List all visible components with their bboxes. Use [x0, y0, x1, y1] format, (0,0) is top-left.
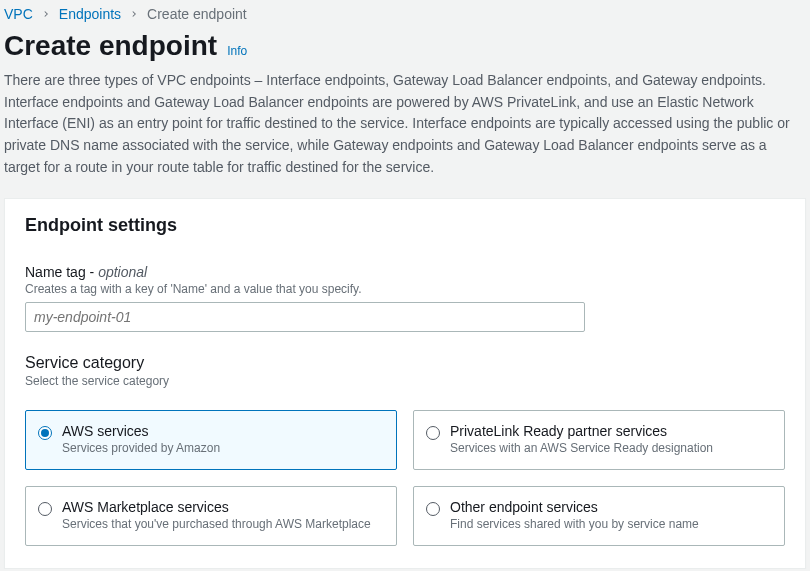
chevron-right-icon	[41, 6, 51, 22]
info-link[interactable]: Info	[227, 44, 247, 58]
name-tag-optional: optional	[98, 264, 147, 280]
tile-title: AWS services	[62, 423, 220, 439]
page-description: There are three types of VPC endpoints –…	[0, 70, 810, 198]
tile-desc: Services provided by Amazon	[62, 441, 220, 455]
panel-title: Endpoint settings	[5, 199, 805, 244]
page-title-row: Create endpoint Info	[0, 30, 810, 70]
tile-aws-services[interactable]: AWS services Services provided by Amazon	[25, 410, 397, 470]
tile-title: PrivateLink Ready partner services	[450, 423, 713, 439]
name-tag-label: Name tag - optional	[25, 264, 785, 280]
tile-desc: Services with an AWS Service Ready desig…	[450, 441, 713, 455]
name-tag-input[interactable]	[25, 302, 585, 332]
service-category-tiles: AWS services Services provided by Amazon…	[25, 410, 785, 546]
breadcrumb-current: Create endpoint	[147, 6, 247, 22]
tile-desc: Services that you've purchased through A…	[62, 517, 371, 531]
breadcrumb-link-endpoints[interactable]: Endpoints	[59, 6, 121, 22]
service-category-help: Select the service category	[25, 374, 785, 388]
tile-other-endpoint[interactable]: Other endpoint services Find services sh…	[413, 486, 785, 546]
radio-icon	[426, 502, 440, 516]
name-tag-help: Creates a tag with a key of 'Name' and a…	[25, 282, 785, 296]
page-title: Create endpoint	[4, 30, 217, 62]
endpoint-settings-panel: Endpoint settings Name tag - optional Cr…	[4, 198, 806, 569]
name-tag-label-text: Name tag -	[25, 264, 98, 280]
breadcrumb-link-vpc[interactable]: VPC	[4, 6, 33, 22]
radio-icon	[426, 426, 440, 440]
radio-icon	[38, 426, 52, 440]
breadcrumb: VPC Endpoints Create endpoint	[0, 0, 810, 30]
radio-icon	[38, 502, 52, 516]
tile-title: AWS Marketplace services	[62, 499, 371, 515]
tile-title: Other endpoint services	[450, 499, 699, 515]
tile-desc: Find services shared with you by service…	[450, 517, 699, 531]
tile-aws-marketplace[interactable]: AWS Marketplace services Services that y…	[25, 486, 397, 546]
tile-privatelink-ready[interactable]: PrivateLink Ready partner services Servi…	[413, 410, 785, 470]
chevron-right-icon	[129, 6, 139, 22]
service-category-label: Service category	[25, 354, 785, 372]
